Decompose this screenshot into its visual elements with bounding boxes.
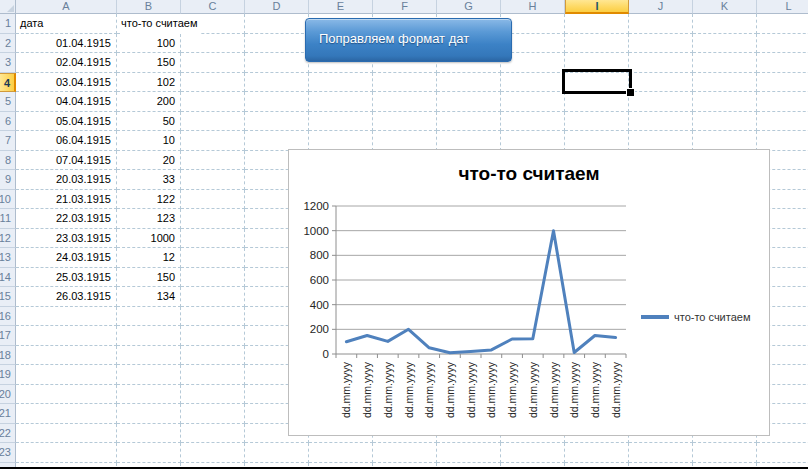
macro-button[interactable]: Поправляем формат дат (305, 18, 512, 62)
grid-cell-C12[interactable] (181, 229, 245, 249)
column-header-H[interactable]: H (501, 0, 565, 14)
cell-A3-date[interactable]: 02.04.1915 (16, 53, 111, 73)
grid-cell-I2[interactable] (565, 34, 629, 54)
grid-cell-C2[interactable] (181, 34, 245, 54)
grid-cell-D7[interactable] (245, 131, 309, 151)
grid-cell-C6[interactable] (181, 112, 245, 132)
row-header-6[interactable]: 6 (0, 112, 16, 132)
grid-cell-C10[interactable] (181, 190, 245, 210)
cell-A2-date[interactable]: 01.04.1915 (16, 34, 111, 54)
grid-cell-I6[interactable] (565, 112, 629, 132)
cell-B4-value[interactable]: 102 (117, 73, 175, 93)
grid-cell-F6[interactable] (373, 112, 437, 132)
cell-B5-value[interactable]: 200 (117, 92, 175, 112)
grid-cell-D2[interactable] (245, 34, 309, 54)
grid-cell-L7[interactable] (757, 131, 808, 151)
grid-cell-A22[interactable] (16, 424, 117, 444)
grid-cell-L4[interactable] (757, 73, 808, 93)
row-header-12[interactable]: 12 (0, 229, 16, 249)
cell-B15-value[interactable]: 134 (117, 287, 175, 307)
grid-cell-I1[interactable] (565, 14, 629, 34)
cell-B8-value[interactable]: 20 (117, 151, 175, 171)
grid-cell-B18[interactable] (117, 346, 181, 366)
grid-cell-B17[interactable] (117, 326, 181, 346)
cell-A11-date[interactable]: 22.03.1915 (16, 209, 111, 229)
row-header-16[interactable]: 16 (0, 307, 16, 327)
grid-cell-I23[interactable] (565, 443, 629, 463)
cell-A15-date[interactable]: 26.03.1915 (16, 287, 111, 307)
row-header-11[interactable]: 11 (0, 209, 16, 229)
grid-cell-C17[interactable] (181, 326, 245, 346)
grid-cell-J6[interactable] (629, 112, 693, 132)
row-header-13[interactable]: 13 (0, 248, 16, 268)
grid-cell-A20[interactable] (16, 385, 117, 405)
row-header-8[interactable]: 8 (0, 151, 16, 171)
grid-cell-E5[interactable] (309, 92, 373, 112)
cell-A14-date[interactable]: 25.03.1915 (16, 268, 111, 288)
grid-cell-C5[interactable] (181, 92, 245, 112)
grid-cell-G4[interactable] (437, 73, 501, 93)
row-header-22[interactable]: 22 (0, 424, 16, 444)
grid-cell-C4[interactable] (181, 73, 245, 93)
row-header-17[interactable]: 17 (0, 326, 16, 346)
grid-cell-C9[interactable] (181, 170, 245, 190)
grid-cell-C15[interactable] (181, 287, 245, 307)
column-header-G[interactable]: G (437, 0, 501, 14)
grid-cell-I5[interactable] (565, 92, 629, 112)
column-header-J[interactable]: J (629, 0, 693, 14)
grid-cell-C21[interactable] (181, 404, 245, 424)
grid-cell-G23[interactable] (437, 443, 501, 463)
row-header-2[interactable]: 2 (0, 34, 16, 54)
grid-cell-D6[interactable] (245, 112, 309, 132)
cell-B10-value[interactable]: 122 (117, 190, 175, 210)
column-header-C[interactable]: C (181, 0, 245, 14)
grid-cell-F5[interactable] (373, 92, 437, 112)
grid-cell-C18[interactable] (181, 346, 245, 366)
column-header-F[interactable]: F (373, 0, 437, 14)
grid-cell-C11[interactable] (181, 209, 245, 229)
grid-cell-C22[interactable] (181, 424, 245, 444)
grid-cell-E23[interactable] (309, 443, 373, 463)
grid-cell-J3[interactable] (629, 53, 693, 73)
grid-cell-D5[interactable] (245, 92, 309, 112)
cell-A4-date[interactable]: 03.04.1915 (16, 73, 111, 93)
grid-cell-C7[interactable] (181, 131, 245, 151)
cell-A5-date[interactable]: 04.04.1915 (16, 92, 111, 112)
grid-cell-H7[interactable] (501, 131, 565, 151)
grid-cell-E7[interactable] (309, 131, 373, 151)
grid-cell-B20[interactable] (117, 385, 181, 405)
grid-cell-F23[interactable] (373, 443, 437, 463)
row-header-4[interactable]: 4 (0, 73, 16, 93)
grid-cell-K5[interactable] (693, 92, 757, 112)
grid-cell-C19[interactable] (181, 365, 245, 385)
grid-cell-K23[interactable] (693, 443, 757, 463)
grid-cell-K1[interactable] (693, 14, 757, 34)
grid-cell-C14[interactable] (181, 268, 245, 288)
cell-A10-date[interactable]: 21.03.1915 (16, 190, 111, 210)
row-header-18[interactable]: 18 (0, 346, 16, 366)
grid-cell-C20[interactable] (181, 385, 245, 405)
cell-A13-date[interactable]: 24.03.1915 (16, 248, 111, 268)
row-header-7[interactable]: 7 (0, 131, 16, 151)
grid-cell-L3[interactable] (757, 53, 808, 73)
grid-cell-E6[interactable] (309, 112, 373, 132)
grid-cell-D3[interactable] (245, 53, 309, 73)
grid-cell-D1[interactable] (245, 14, 309, 34)
embedded-chart[interactable]: что-то считаем 020040060080010001200dd.m… (288, 149, 770, 436)
grid-cell-I7[interactable] (565, 131, 629, 151)
grid-cell-A19[interactable] (16, 365, 117, 385)
cell-B12-value[interactable]: 1000 (117, 229, 175, 249)
grid-cell-J5[interactable] (629, 92, 693, 112)
column-header-I[interactable]: I (565, 0, 629, 14)
cell-A9-date[interactable]: 20.03.1915 (16, 170, 111, 190)
grid-cell-G5[interactable] (437, 92, 501, 112)
grid-cell-A16[interactable] (16, 307, 117, 327)
column-header-L[interactable]: L (757, 0, 808, 14)
column-header-B[interactable]: B (117, 0, 181, 14)
grid-cell-J4[interactable] (629, 73, 693, 93)
grid-cell-K4[interactable] (693, 73, 757, 93)
grid-cell-C13[interactable] (181, 248, 245, 268)
grid-cell-J7[interactable] (629, 131, 693, 151)
grid-cell-L2[interactable] (757, 34, 808, 54)
cell-A6-date[interactable]: 05.04.1915 (16, 112, 111, 132)
